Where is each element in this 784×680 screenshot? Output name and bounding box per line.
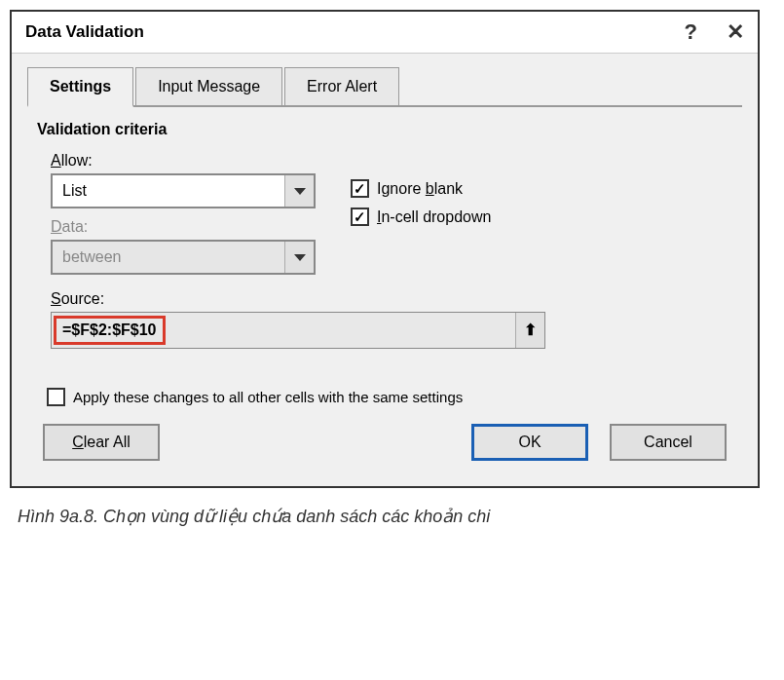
allow-label-underline: A bbox=[51, 152, 61, 169]
incell-dropdown-checkbox[interactable] bbox=[351, 208, 369, 226]
clear-all-post: lear All bbox=[84, 434, 131, 450]
source-input[interactable]: =$F$2:$F$10 ⬆ bbox=[51, 312, 545, 349]
incell-post: n-cell dropdown bbox=[381, 208, 491, 225]
tab-strip: Settings Input Message Error Alert bbox=[27, 67, 742, 107]
data-validation-dialog: Data Validation ? ✕ Settings Input Messa… bbox=[10, 10, 760, 488]
range-select-icon: ⬆ bbox=[524, 322, 537, 338]
ok-cancel-group: OK Cancel bbox=[471, 424, 727, 461]
dialog-button-row: Clear All OK Cancel bbox=[37, 424, 732, 465]
ignore-blank-pre: Ignore bbox=[377, 180, 426, 197]
titlebar: Data Validation ? ✕ bbox=[12, 12, 758, 54]
data-label-underline: D bbox=[51, 218, 62, 235]
apply-changes-label: Apply these changes to all other cells w… bbox=[73, 389, 463, 405]
allow-data-row: Allow: List Data: between bbox=[37, 152, 732, 284]
close-button[interactable]: ✕ bbox=[727, 21, 744, 43]
apply-changes-checkbox[interactable] bbox=[47, 388, 65, 406]
source-value-highlight: =$F$2:$F$10 bbox=[54, 316, 166, 345]
incell-dropdown-label: In-cell dropdown bbox=[377, 208, 491, 226]
dialog-body: Settings Input Message Error Alert Valid… bbox=[12, 54, 758, 486]
ok-button[interactable]: OK bbox=[471, 424, 588, 461]
data-dropdown-button bbox=[284, 242, 314, 273]
apply-changes-row: Apply these changes to all other cells w… bbox=[47, 388, 732, 406]
data-label: Data: bbox=[51, 218, 316, 236]
help-button[interactable]: ? bbox=[685, 21, 697, 43]
data-combobox: between bbox=[51, 240, 316, 275]
figure-caption: Hình 9a.8. Chọn vùng dữ liệu chứa danh s… bbox=[10, 506, 774, 527]
tab-error-alert[interactable]: Error Alert bbox=[284, 67, 399, 105]
source-label-post: ource: bbox=[61, 290, 104, 307]
allow-dropdown-button[interactable] bbox=[284, 175, 314, 207]
clear-all-u: C bbox=[72, 434, 84, 450]
tab-input-message[interactable]: Input Message bbox=[135, 67, 282, 105]
ignore-blank-row: Ignore blank bbox=[351, 179, 491, 198]
ignore-blank-label: Ignore blank bbox=[377, 180, 463, 198]
ignore-blank-post: lank bbox=[434, 180, 463, 197]
dialog-title: Data Validation bbox=[25, 22, 144, 42]
validation-criteria-heading: Validation criteria bbox=[37, 121, 732, 138]
left-column: Allow: List Data: between bbox=[51, 152, 316, 284]
allow-combobox[interactable]: List bbox=[51, 173, 316, 208]
ignore-blank-checkbox[interactable] bbox=[351, 179, 369, 198]
source-label: Source: bbox=[51, 290, 732, 308]
incell-dropdown-row: In-cell dropdown bbox=[351, 208, 491, 226]
cancel-button[interactable]: Cancel bbox=[610, 424, 727, 461]
allow-value: List bbox=[53, 182, 284, 200]
right-column: Ignore blank In-cell dropdown bbox=[351, 152, 491, 226]
allow-label: Allow: bbox=[51, 152, 316, 170]
range-select-button[interactable]: ⬆ bbox=[515, 313, 544, 348]
tab-settings[interactable]: Settings bbox=[27, 67, 133, 107]
tab-content-settings: Validation criteria Allow: List Data: bbox=[27, 107, 742, 471]
ignore-blank-u: b bbox=[426, 180, 434, 197]
clear-all-button[interactable]: Clear All bbox=[43, 424, 160, 461]
source-label-u: S bbox=[51, 290, 61, 307]
source-section: Source: =$F$2:$F$10 ⬆ bbox=[51, 290, 732, 349]
data-value: between bbox=[53, 248, 284, 266]
chevron-down-icon bbox=[294, 188, 306, 195]
allow-label-post: llow: bbox=[61, 152, 93, 169]
titlebar-controls: ? ✕ bbox=[685, 21, 744, 43]
data-label-post: ata: bbox=[62, 218, 89, 235]
chevron-down-icon bbox=[294, 254, 306, 261]
